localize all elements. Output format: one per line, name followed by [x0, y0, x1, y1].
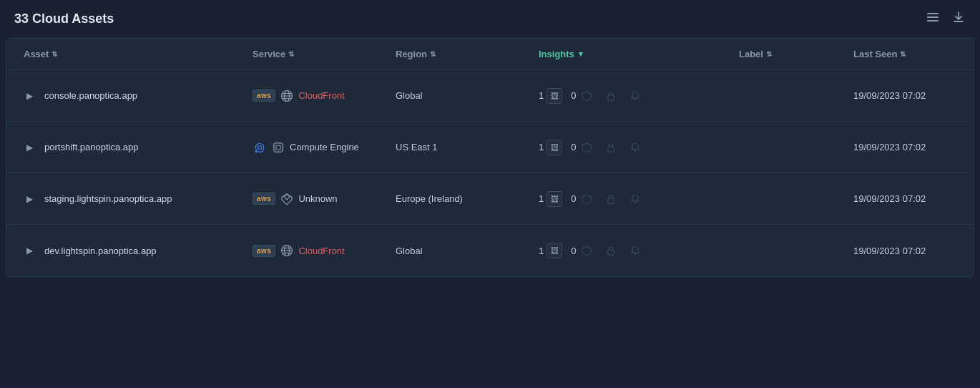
image-insight-icon: 🖼: [547, 140, 562, 155]
table-row: ▶ staging.lightspin.panoptica.app aws Un…: [6, 173, 974, 225]
insights-filter-icon[interactable]: ▾: [579, 49, 583, 59]
last-seen-cell: 19/09/2023 07:02: [848, 185, 976, 213]
page-title: 33 Cloud Assets: [14, 11, 114, 26]
bell-insight-icon: [627, 191, 643, 207]
asset-cell: ▶ dev.lightspin.panoptica.app: [18, 236, 247, 266]
region-cell: Europe (Ireland): [390, 185, 533, 213]
svg-rect-8: [608, 95, 614, 100]
last-seen-cell: 19/09/2023 07:02: [848, 82, 976, 110]
expand-button[interactable]: ▶: [24, 89, 36, 102]
insight-shield: 0: [571, 243, 594, 258]
shield-insight-icon: [579, 140, 594, 155]
sort-icon-label: ⇅: [766, 50, 772, 58]
download-icon[interactable]: [951, 10, 966, 28]
label-cell: [733, 242, 848, 259]
expand-button[interactable]: ▶: [24, 141, 36, 154]
sort-icon-region: ⇅: [430, 50, 436, 58]
insights-cell: 1 🖼 0: [533, 79, 733, 112]
svg-rect-1: [927, 16, 939, 18]
lock-insight-icon: [603, 243, 619, 258]
table-row: ▶ portshift.panoptica.app: [6, 122, 974, 173]
expand-button[interactable]: ▶: [24, 244, 36, 257]
col-asset[interactable]: Asset ⇅: [18, 39, 247, 69]
col-region[interactable]: Region ⇅: [390, 39, 533, 69]
image-insight-icon: 🖼: [547, 243, 562, 258]
svg-point-9: [258, 145, 262, 149]
svg-rect-25: [608, 198, 614, 203]
service-cell: Compute Engine: [247, 132, 390, 163]
service-cell: aws CloudFront: [247, 80, 390, 112]
lock-insight-icon: [603, 191, 619, 207]
cloud-provider-icon: [253, 140, 267, 155]
table-row: ▶ console.panoptica.app aws CloudFront G…: [6, 70, 974, 122]
assets-table: Asset ⇅ Service ⇅ Region ⇅ Insights ▾ La…: [6, 38, 974, 277]
svg-rect-31: [608, 250, 614, 255]
svg-rect-24: [608, 147, 614, 152]
asset-cell: ▶ console.panoptica.app: [18, 81, 247, 111]
col-insights[interactable]: Insights ▾: [533, 39, 733, 69]
col-label[interactable]: Label ⇅: [733, 39, 848, 69]
label-cell: [733, 139, 848, 156]
table-header: Asset ⇅ Service ⇅ Region ⇅ Insights ▾ La…: [6, 39, 974, 70]
image-insight-icon: 🖼: [547, 88, 562, 104]
service-type-icon: [280, 89, 294, 103]
bell-insight-icon: [627, 140, 643, 155]
svg-rect-10: [274, 143, 283, 152]
sort-icon-last-seen: ⇅: [900, 50, 906, 58]
service-type-icon: [280, 243, 294, 258]
lock-insight-icon: [603, 140, 619, 155]
shield-insight-icon: [579, 88, 594, 104]
insights-cell: 1 🖼 0: [533, 183, 733, 215]
insight-image: 1 🖼: [539, 191, 562, 207]
svg-rect-11: [276, 145, 280, 150]
page-header: 33 Cloud Assets: [0, 0, 980, 38]
insight-image: 1 🖼: [539, 140, 562, 155]
bell-insight-icon: [627, 243, 643, 258]
label-cell: [733, 190, 848, 208]
insight-image: 1 🖼: [539, 243, 562, 258]
insight-shield: 0: [571, 140, 594, 155]
image-insight-icon: 🖼: [547, 191, 562, 207]
insight-shield: 0: [571, 88, 594, 104]
insights-cell: 1 🖼 0: [533, 131, 733, 164]
sort-icon-asset: ⇅: [52, 50, 57, 58]
lock-insight-icon: [603, 88, 619, 104]
region-cell: Global: [390, 82, 533, 110]
bell-insight-icon: [627, 88, 643, 104]
service-cell: aws Unknown: [247, 183, 390, 215]
col-last-seen[interactable]: Last Seen ⇅: [848, 39, 976, 69]
service-cell: aws CloudFront: [247, 235, 390, 266]
expand-button[interactable]: ▶: [24, 193, 36, 205]
insights-cell: 1 🖼 0: [533, 234, 733, 267]
table-row: ▶ dev.lightspin.panoptica.app aws CloudF…: [6, 225, 974, 276]
region-cell: US East 1: [390, 133, 533, 161]
header-actions: [926, 10, 966, 28]
insight-shield: 0: [571, 191, 594, 207]
cloud-badge: aws: [253, 245, 275, 257]
svg-rect-0: [927, 13, 939, 14]
label-cell: [733, 87, 848, 105]
compute-engine-icon: [271, 140, 285, 155]
sort-icon-service: ⇅: [288, 50, 294, 58]
insight-image: 1 🖼: [539, 88, 562, 104]
region-cell: Global: [390, 237, 533, 265]
last-seen-cell: 19/09/2023 07:02: [848, 237, 976, 265]
unknown-service-icon: [280, 192, 294, 206]
svg-rect-2: [927, 20, 939, 21]
asset-cell: ▶ portshift.panoptica.app: [18, 132, 247, 163]
last-seen-cell: 19/09/2023 07:02: [848, 133, 976, 161]
list-view-icon[interactable]: [926, 10, 940, 28]
cloud-badge: aws: [253, 89, 275, 102]
cloud-badge: aws: [253, 193, 275, 205]
col-service[interactable]: Service ⇅: [247, 39, 390, 69]
shield-insight-icon: [579, 243, 594, 258]
shield-insight-icon: [579, 191, 594, 207]
asset-cell: ▶ staging.lightspin.panoptica.app: [18, 184, 247, 214]
